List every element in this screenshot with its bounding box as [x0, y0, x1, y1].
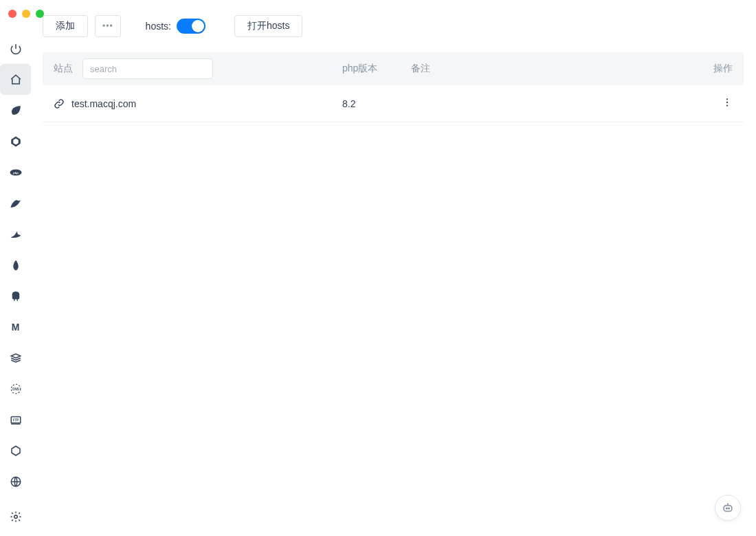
- add-button[interactable]: 添加: [43, 15, 88, 37]
- sidebar-item-leaf[interactable]: [0, 95, 31, 126]
- home-icon: [10, 74, 22, 86]
- row-site[interactable]: test.macqj.com: [71, 98, 136, 109]
- sidebar-item-elephant[interactable]: [0, 280, 31, 311]
- power-icon: [10, 43, 22, 55]
- gear-icon: [10, 511, 22, 523]
- bird-icon: [10, 197, 22, 210]
- sidebar-item-ftp[interactable]: FTP: [0, 404, 31, 435]
- stack-icon: [10, 352, 22, 364]
- globe-icon: [10, 476, 22, 488]
- sidebar-item-node[interactable]: [0, 435, 31, 466]
- svg-point-7: [14, 515, 17, 518]
- dns-icon: DNS: [10, 383, 22, 395]
- sidebar-item-globe[interactable]: [0, 466, 31, 497]
- leaf-icon: [10, 104, 22, 117]
- row-php: 8.2: [342, 98, 411, 109]
- sidebar: php M DNS FTP: [0, 0, 31, 536]
- kebab-icon: [722, 97, 733, 108]
- svg-point-8: [726, 98, 728, 100]
- toolbar: 添加 ••• hosts: 打开hosts: [43, 15, 744, 37]
- sidebar-item-bird[interactable]: [0, 188, 31, 219]
- elephant-icon: [10, 290, 22, 302]
- hex-node-icon: [10, 445, 22, 457]
- svg-point-12: [726, 508, 728, 509]
- hosts-toggle[interactable]: [177, 19, 205, 34]
- row-actions[interactable]: [719, 97, 733, 110]
- geometric-icon: [10, 135, 22, 148]
- link-icon: [54, 98, 65, 109]
- sidebar-item-home[interactable]: [0, 64, 31, 95]
- bot-icon: [721, 501, 735, 515]
- sidebar-item-settings[interactable]: [0, 501, 31, 532]
- hosts-label: hosts:: [146, 21, 171, 32]
- hosts-toggle-group: hosts:: [146, 19, 205, 34]
- more-button[interactable]: •••: [95, 15, 121, 37]
- table-header: 站点 php版本 备注 操作: [43, 52, 744, 85]
- col-note-label: 备注: [411, 63, 691, 75]
- sidebar-item-power[interactable]: [0, 33, 31, 64]
- letter-m-icon: M: [10, 321, 22, 333]
- svg-point-10: [726, 105, 728, 107]
- toggle-knob: [192, 20, 204, 32]
- dots-icon: •••: [102, 21, 113, 31]
- svg-point-13: [729, 508, 730, 509]
- sidebar-item-shark[interactable]: [0, 219, 31, 249]
- col-php-label: php版本: [342, 63, 411, 75]
- col-site-label: 站点: [54, 63, 73, 75]
- sidebar-item-php[interactable]: php: [0, 157, 31, 188]
- mongo-leaf-icon: [10, 259, 22, 271]
- svg-text:FTP: FTP: [12, 418, 19, 421]
- sidebar-item-letter-m[interactable]: M: [0, 311, 31, 342]
- php-icon: php: [10, 166, 22, 179]
- close-dot[interactable]: [8, 10, 16, 18]
- sidebar-item-mongo[interactable]: [0, 249, 31, 280]
- sidebar-item-dns[interactable]: DNS: [0, 373, 31, 404]
- help-fab[interactable]: [715, 495, 741, 521]
- ftp-icon: FTP: [10, 414, 22, 426]
- main-content: 站点 php版本 备注 操作 test.macqj.com 8.2: [43, 52, 744, 536]
- open-hosts-button[interactable]: 打开hosts: [234, 15, 302, 37]
- window-traffic-lights: [8, 10, 44, 18]
- sidebar-item-stack[interactable]: [0, 342, 31, 373]
- minimize-dot[interactable]: [22, 10, 30, 18]
- table-row: test.macqj.com 8.2: [43, 85, 744, 122]
- svg-text:DNS: DNS: [12, 387, 19, 390]
- sidebar-item-geometric[interactable]: [0, 126, 31, 157]
- svg-text:php: php: [13, 170, 19, 174]
- search-input[interactable]: [82, 58, 213, 79]
- shark-icon: [10, 228, 22, 241]
- zoom-dot[interactable]: [36, 10, 44, 18]
- svg-point-9: [726, 102, 728, 103]
- col-op-label: 操作: [691, 63, 733, 75]
